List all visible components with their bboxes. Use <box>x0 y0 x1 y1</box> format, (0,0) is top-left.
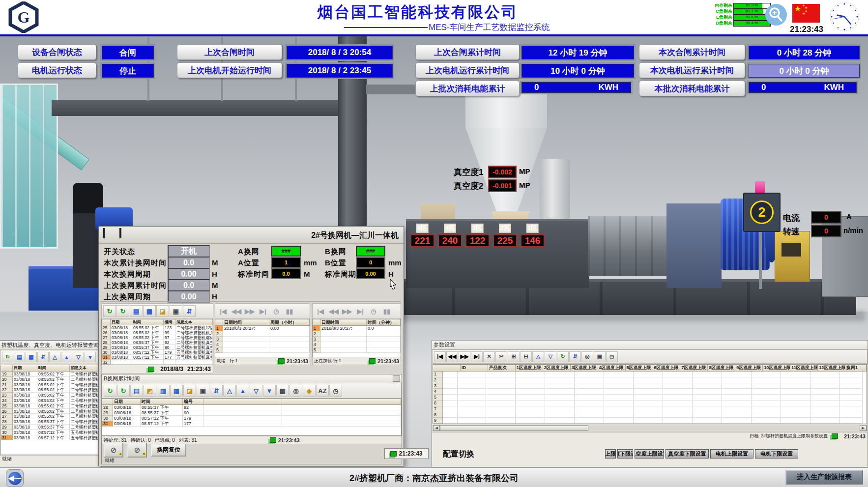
popup-titlebar[interactable]: 2#号换网机—汇川一体机 <box>99 227 404 244</box>
top-icon[interactable]: ▲ <box>236 385 249 397</box>
settings-button[interactable]: 温度下限设置 <box>617 449 633 458</box>
table-row[interactable]: 2003/08/1808:55:02 下午二号螺杆挤塑机 <box>1 377 100 382</box>
next-icon[interactable]: ▶▶ <box>459 351 470 362</box>
table-row[interactable]: 2803/08/1808:55:37 下午92二号螺杆挤塑机真空度1 <box>102 340 213 345</box>
settings-button[interactable]: 真空度下限设置 <box>665 449 709 458</box>
pause-icon[interactable]: ▮▮ <box>380 305 393 317</box>
workstation-icon[interactable] <box>119 229 133 241</box>
up-icon[interactable]: △ <box>49 352 60 362</box>
bottom-icon[interactable]: ▼ <box>85 352 96 362</box>
table-row[interactable]: 3003/08/1808:57:12 下午五号螺杆挤塑机 <box>1 430 100 435</box>
scroll-right-icon[interactable]: ▶ <box>860 425 867 431</box>
first-icon[interactable]: |◀ <box>434 351 446 362</box>
timer-icon[interactable]: ◷ <box>367 305 380 317</box>
table-row[interactable]: 2703/08/1808:55:02 下午97二号螺杆挤塑机熔体温度 <box>102 335 213 340</box>
db-icon[interactable]: ▤ <box>14 352 25 362</box>
table-row[interactable]: 9 <box>433 418 867 424</box>
table-row[interactable]: 4 <box>215 342 310 347</box>
prev-icon[interactable]: ◀◀ <box>230 305 243 317</box>
table-row[interactable]: 1903/08/1808:55:02 下午二号螺杆挤塑机 <box>1 372 100 377</box>
table-row[interactable]: 12018/8/3 20:27:0.00 <box>215 326 310 331</box>
table-row[interactable]: 2 <box>433 377 867 383</box>
top-icon[interactable]: ▲ <box>61 352 72 362</box>
next-icon[interactable]: ▶▶ <box>341 305 353 317</box>
table-row[interactable]: 1 <box>433 372 867 377</box>
table-row[interactable]: 2603/08/1808:55:02 下午99二号螺杆挤塑机机头温度 <box>102 330 213 335</box>
screen-a-indicator-button[interactable]: ⊘A <box>104 442 123 458</box>
table-row[interactable]: 5 <box>313 347 401 353</box>
clock-icon[interactable]: ◷ <box>606 351 618 362</box>
down-icon[interactable]: ▽ <box>545 351 556 362</box>
db-icon[interactable]: ▤ <box>130 305 143 317</box>
table-row[interactable]: 2503/08/1808:55:02 下午123二号螺杆挤塑机12区温度 <box>102 325 213 330</box>
last-icon[interactable]: ▶| <box>471 351 483 362</box>
table-row[interactable]: 4 <box>433 389 867 395</box>
table-row[interactable]: 5 <box>433 395 867 401</box>
table-row[interactable]: 3103/08/1808:57:12 下午177五号螺杆挤塑机真空度2 <box>102 355 213 360</box>
cut-icon[interactable]: ✂ <box>495 351 507 362</box>
settings-button[interactable]: 电机下限设置 <box>755 449 798 458</box>
table-row[interactable]: 8 <box>433 412 867 418</box>
table-row[interactable]: 2603/08/1808:55:02 下午二号螺杆挤塑机 <box>1 409 100 414</box>
table-row[interactable]: 2303/08/1808:55:02 下午二号螺杆挤塑机 <box>1 393 100 398</box>
db-icon[interactable]: ▤ <box>130 385 143 397</box>
b-window-button[interactable] <box>393 375 400 382</box>
sort-icon[interactable]: ⇵ <box>37 352 49 362</box>
b-window-titlebar[interactable]: B换网累计时间 <box>102 374 402 383</box>
print-icon[interactable]: ▣ <box>170 305 182 317</box>
table-row[interactable]: 2903/08/1808:55:37 下午90 <box>102 410 401 416</box>
screen-reset-button[interactable]: 换网复位 <box>151 444 186 457</box>
settings-button[interactable]: 温度上限设置 <box>605 449 616 458</box>
up-icon[interactable]: △ <box>532 351 544 362</box>
next-icon[interactable]: ▶▶ <box>243 305 256 317</box>
sort-icon[interactable]: ⇵ <box>569 351 581 362</box>
zone-readout[interactable]: 1区146 <box>520 224 545 247</box>
clock-icon[interactable]: ◷ <box>329 385 342 397</box>
note-back-icon[interactable]: ▦ <box>26 352 37 362</box>
table-row[interactable]: 3003/08/1808:57:12 下午179五号螺杆挤塑机真空度1 <box>102 350 213 355</box>
find-icon[interactable]: ◎ <box>289 385 302 397</box>
reload-icon[interactable]: ↻ <box>557 351 569 362</box>
settings-button[interactable]: 真空度上限设置 <box>635 449 664 458</box>
prev-icon[interactable]: ◀◀ <box>327 305 340 317</box>
chart-icon[interactable]: ▥ <box>157 385 170 397</box>
table-row[interactable]: 2903/08/1808:55:37 下午90二号螺杆挤塑机真空度2 <box>102 345 213 350</box>
print-icon[interactable]: ▣ <box>197 385 209 397</box>
lock-icon[interactable]: ◩ <box>144 385 156 397</box>
table-row[interactable]: 3 <box>433 383 867 389</box>
table-row[interactable]: 6 <box>433 401 867 406</box>
first-icon[interactable]: |◀ <box>314 305 327 317</box>
table-row[interactable]: 2103/08/1808:55:02 下午二号螺杆挤塑机 <box>1 382 100 388</box>
print-icon[interactable]: ▣ <box>594 351 606 362</box>
bottom-icon[interactable]: ▼ <box>263 385 276 397</box>
last-icon[interactable]: ▶| <box>354 305 367 317</box>
monitor-icon[interactable] <box>103 229 116 241</box>
reload-icon[interactable]: ↻ <box>104 385 116 397</box>
note-icon[interactable]: ▦ <box>276 385 289 397</box>
table-row[interactable]: 2803/08/1808:55:37 下午二号螺杆挤塑机 <box>1 419 100 425</box>
table-row[interactable]: 5 <box>215 347 310 353</box>
down-icon[interactable]: ▽ <box>73 352 84 362</box>
horizontal-scrollbar[interactable]: ◀ ▶ <box>433 425 867 431</box>
find-icon[interactable]: ◎ <box>581 351 593 362</box>
energy-report-button[interactable]: 进入生产能源报表 <box>785 470 863 485</box>
scroll-thumb[interactable] <box>440 425 588 431</box>
table-row[interactable]: 3003/08/1808:57:12 下午179 <box>102 416 401 421</box>
del-icon[interactable]: ✕ <box>483 351 495 362</box>
reload-db-icon[interactable]: ↻ <box>2 352 13 362</box>
table-row[interactable]: 12018/8/3 20:27:0.0 <box>313 326 401 331</box>
table-row[interactable]: 2 <box>313 331 401 337</box>
pause-icon[interactable]: ▮▮ <box>283 305 296 317</box>
table-row[interactable]: 3 <box>313 337 401 342</box>
table-row[interactable]: 2503/08/1808:55:02 下午二号螺杆挤塑机 <box>1 403 100 409</box>
up-icon[interactable]: △ <box>223 385 236 397</box>
table-row[interactable]: 2903/08/1808:55:37 下午二号螺杆挤塑机 <box>1 425 100 430</box>
timer-icon[interactable]: ◷ <box>270 305 283 317</box>
table-row[interactable]: 2403/08/1808:55:02 下午二号螺杆挤塑机 <box>1 398 100 403</box>
zone-readout[interactable]: 4区240 <box>437 224 463 247</box>
lock-back-icon[interactable]: ◪ <box>183 385 196 397</box>
table-row[interactable]: 3 <box>215 337 310 342</box>
lock-back-icon[interactable]: ◪ <box>156 305 169 317</box>
az-icon[interactable]: AZ <box>316 385 329 397</box>
zone-readout[interactable]: 5区221 <box>410 224 435 247</box>
